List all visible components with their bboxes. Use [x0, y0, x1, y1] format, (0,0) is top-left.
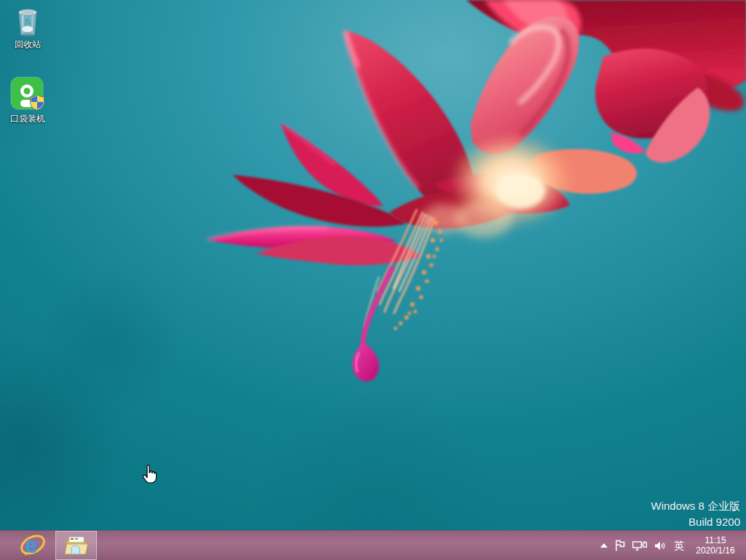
- taskbar: e: [0, 530, 746, 560]
- network-tray-item[interactable]: [632, 540, 648, 551]
- recycle-bin-icon: [13, 6, 42, 38]
- recycle-bin-label: 回收站: [15, 39, 41, 50]
- desktop: 回收站 口袋装机 Windows 8 企业版 Build 9200: [0, 0, 746, 560]
- watermark-build: Build 9200: [651, 514, 740, 530]
- action-center-tray-item[interactable]: [615, 540, 626, 551]
- system-tray: 英 11:15 2020/1/16: [600, 531, 746, 560]
- internet-explorer-icon: e: [20, 533, 46, 558]
- windows-watermark: Windows 8 企业版 Build 9200: [651, 498, 740, 530]
- speaker-icon: [654, 540, 666, 551]
- svg-text:e: e: [25, 533, 38, 557]
- desktop-icon-pocket-install[interactable]: 口袋装机: [0, 76, 55, 124]
- language-indicator[interactable]: 英: [672, 540, 686, 551]
- tray-clock[interactable]: 11:15 2020/1/16: [692, 535, 739, 556]
- clock-date: 2020/1/16: [696, 545, 734, 556]
- show-hidden-icons-button[interactable]: [600, 543, 608, 548]
- wallpaper-flower-image: [0, 0, 746, 560]
- volume-tray-item[interactable]: [654, 540, 666, 551]
- pocket-install-icon: [9, 76, 46, 112]
- chevron-up-icon: [600, 543, 608, 548]
- pocket-install-label: 口袋装机: [10, 114, 45, 124]
- clock-time: 11:15: [704, 535, 726, 545]
- watermark-edition: Windows 8 企业版: [651, 498, 740, 514]
- flag-icon: [615, 540, 626, 551]
- file-explorer-icon: [64, 535, 89, 556]
- uac-shield-icon: [30, 95, 44, 110]
- network-icon: [632, 540, 648, 551]
- desktop-icon-recycle-bin[interactable]: 回收站: [0, 6, 55, 50]
- taskbar-internet-explorer-button[interactable]: e: [16, 531, 50, 560]
- taskbar-file-explorer-button[interactable]: [55, 531, 97, 560]
